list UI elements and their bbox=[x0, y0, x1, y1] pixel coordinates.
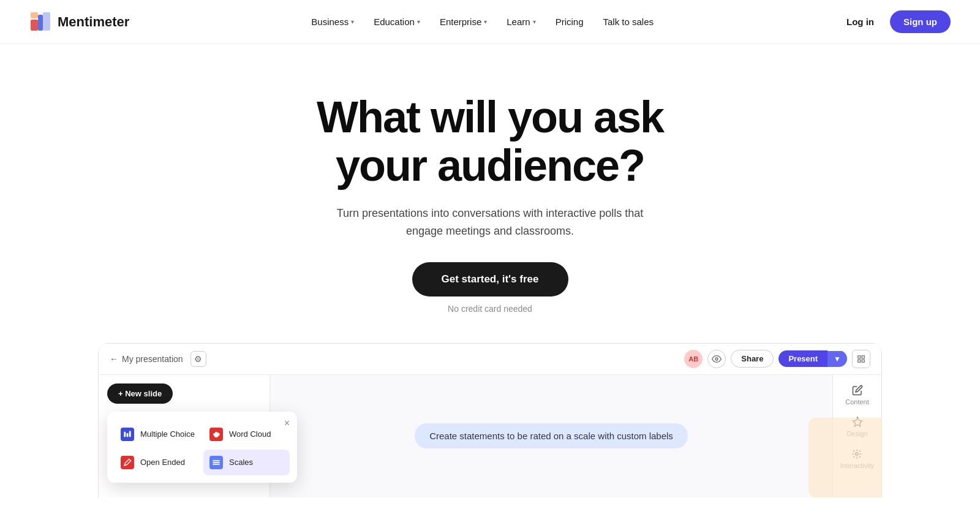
navbar: Mentimeter Business ▾ Education ▾ Enterp… bbox=[0, 0, 980, 44]
modal-item-multiple-choice[interactable]: Multiple Choice bbox=[115, 421, 201, 447]
logo-text: Mentimeter bbox=[58, 14, 129, 30]
multiple-choice-icon bbox=[121, 428, 134, 441]
modal-close-button[interactable]: × bbox=[284, 418, 290, 429]
nav-item-talk-to-sales[interactable]: Talk to sales bbox=[595, 12, 663, 32]
share-button[interactable]: Share bbox=[731, 350, 774, 368]
hero-subtitle: Turn presentations into conversations wi… bbox=[325, 205, 655, 240]
export-button[interactable] bbox=[852, 350, 870, 368]
eye-icon[interactable] bbox=[707, 350, 726, 368]
chevron-down-icon: ▾ bbox=[533, 18, 536, 25]
hero-cta: Get started, it's free No credit card ne… bbox=[412, 262, 568, 314]
app-topbar-right: AB Share Present ▼ bbox=[684, 350, 870, 368]
nav-links: Business ▾ Education ▾ Enterprise ▾ Lear… bbox=[303, 12, 662, 32]
svg-rect-2 bbox=[43, 12, 50, 31]
back-arrow-icon: ← bbox=[110, 354, 118, 364]
svg-point-15 bbox=[215, 432, 217, 434]
get-started-button[interactable]: Get started, it's free bbox=[412, 262, 568, 296]
modal-item-open-ended[interactable]: Open Ended bbox=[115, 450, 201, 475]
svg-rect-6 bbox=[862, 356, 864, 358]
logo-icon bbox=[29, 11, 51, 33]
app-body: + New slide × Multiple Choice bbox=[99, 375, 881, 497]
nav-item-business[interactable]: Business ▾ bbox=[303, 12, 363, 32]
app-sidebar: + New slide × Multiple Choice bbox=[99, 375, 270, 497]
svg-rect-7 bbox=[862, 360, 864, 362]
app-canvas: Create statements to be rated on a scale… bbox=[270, 375, 832, 497]
scales-icon bbox=[209, 456, 223, 469]
app-topbar-left: ← My presentation ⚙ bbox=[110, 351, 206, 367]
hero-note: No credit card needed bbox=[448, 304, 532, 314]
open-ended-icon bbox=[121, 456, 134, 469]
nav-item-pricing[interactable]: Pricing bbox=[547, 12, 592, 32]
hero-title: What will you ask your audience? bbox=[276, 93, 704, 190]
word-cloud-icon bbox=[209, 428, 223, 441]
modal-item-scales[interactable]: Scales bbox=[203, 450, 290, 475]
logo-link[interactable]: Mentimeter bbox=[29, 11, 129, 33]
app-preview: ← My presentation ⚙ AB Share Present ▼ bbox=[98, 343, 882, 497]
svg-point-4 bbox=[715, 358, 718, 360]
nav-auth: Log in Sign up bbox=[835, 10, 951, 33]
svg-rect-3 bbox=[31, 12, 38, 18]
signup-button[interactable]: Sign up bbox=[890, 10, 951, 33]
svg-rect-10 bbox=[127, 433, 129, 437]
nav-item-enterprise[interactable]: Enterprise ▾ bbox=[431, 12, 496, 32]
presentation-title: My presentation bbox=[122, 354, 183, 364]
svg-rect-1 bbox=[38, 15, 43, 31]
svg-rect-0 bbox=[31, 20, 38, 31]
svg-rect-5 bbox=[858, 356, 861, 358]
nav-item-learn[interactable]: Learn ▾ bbox=[498, 12, 544, 32]
chevron-down-icon: ▾ bbox=[417, 18, 420, 25]
avatar: AB bbox=[684, 350, 703, 368]
chevron-down-icon: ▾ bbox=[351, 18, 354, 25]
svg-rect-8 bbox=[858, 360, 861, 362]
present-button[interactable]: Present bbox=[778, 350, 827, 367]
back-button[interactable]: ← My presentation bbox=[110, 354, 183, 364]
app-topbar: ← My presentation ⚙ AB Share Present ▼ bbox=[99, 344, 881, 375]
chevron-down-icon: ▾ bbox=[484, 18, 487, 25]
nav-item-education[interactable]: Education ▾ bbox=[365, 12, 429, 32]
present-group: Present ▼ bbox=[778, 350, 847, 367]
svg-rect-9 bbox=[124, 432, 126, 437]
canvas-tooltip: Create statements to be rated on a scale… bbox=[415, 423, 688, 448]
modal-grid: Multiple Choice Word Cloud bbox=[115, 421, 290, 475]
svg-rect-11 bbox=[129, 431, 131, 437]
present-caret-button[interactable]: ▼ bbox=[827, 351, 847, 367]
sidebar-item-content[interactable]: Content bbox=[845, 385, 869, 406]
app-chrome: ← My presentation ⚙ AB Share Present ▼ bbox=[98, 343, 882, 497]
new-slide-button[interactable]: + New slide bbox=[107, 383, 173, 404]
settings-icon[interactable]: ⚙ bbox=[190, 351, 206, 367]
login-button[interactable]: Log in bbox=[835, 12, 885, 32]
modal-item-word-cloud[interactable]: Word Cloud bbox=[203, 421, 290, 447]
slide-type-modal: × Multiple Choice Word Clo bbox=[107, 412, 297, 483]
hero-section: What will you ask your audience? Turn pr… bbox=[0, 44, 980, 314]
